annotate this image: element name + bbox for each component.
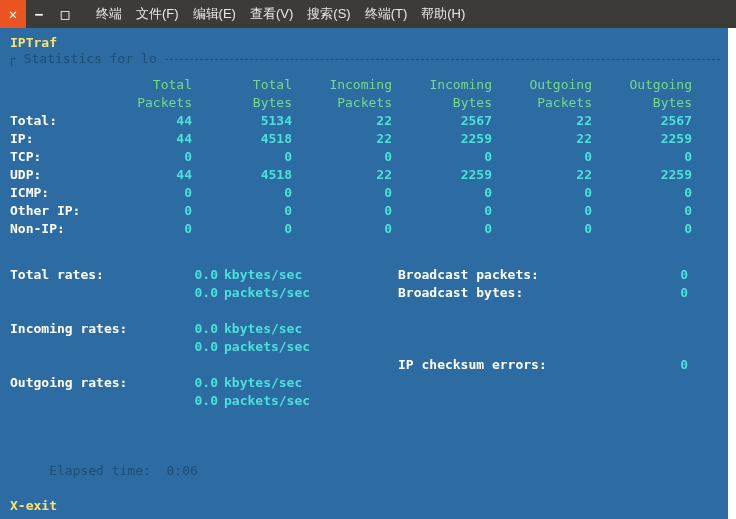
header-row-1: Total Total Incoming Incoming Outgoing O… — [8, 76, 720, 94]
cell: 2259 — [398, 166, 498, 184]
menu-file[interactable]: 文件(F) — [132, 3, 183, 25]
hdr-outgoing-bytes-2: Bytes — [598, 94, 698, 112]
cell: 2567 — [598, 112, 698, 130]
hdr-incoming-bytes-1: Incoming — [398, 76, 498, 94]
outgoing-rate-pk: 0.0 — [168, 392, 218, 410]
hdr-outgoing-packets-2: Packets — [498, 94, 598, 112]
hdr-incoming-bytes-2: Bytes — [398, 94, 498, 112]
rates-right: Broadcast packets: 0 Broadcast bytes: 0 … — [398, 266, 720, 410]
row-label: ICMP: — [8, 184, 98, 202]
cell: 4518 — [198, 166, 298, 184]
app-title: IPTraf — [10, 34, 57, 52]
minimize-button[interactable]: − — [26, 0, 52, 28]
cell: 0 — [198, 202, 298, 220]
total-rates-label: Total rates: — [8, 266, 168, 284]
outgoing-rates-label: Outgoing rates: — [8, 374, 168, 392]
cksum-label: IP checksum errors: — [398, 356, 618, 374]
cell: 22 — [498, 112, 598, 130]
cell: 2567 — [398, 112, 498, 130]
row-label: Non-IP: — [8, 220, 98, 238]
frame-header: ┌ Statistics for lo — [8, 50, 720, 68]
cell: 44 — [98, 130, 198, 148]
table-row: IP:444518222259222259 — [8, 130, 720, 148]
cell: 44 — [98, 112, 198, 130]
cell: 22 — [498, 130, 598, 148]
cell: 0 — [298, 220, 398, 238]
cell: 0 — [498, 148, 598, 166]
pk-unit-2: packets/sec — [218, 338, 310, 356]
table-row: ICMP:000000 — [8, 184, 720, 202]
hdr-total-packets-2: Packets — [98, 94, 198, 112]
cell: 0 — [98, 184, 198, 202]
rates-left: Total rates: 0.0 kbytes/sec 0.0 packets/… — [8, 266, 398, 410]
incoming-rate-pk: 0.0 — [168, 338, 218, 356]
bcast-packets-val: 0 — [618, 266, 688, 284]
hdr-total-bytes-1: Total — [198, 76, 298, 94]
cell: 0 — [98, 220, 198, 238]
outgoing-rate-kb: 0.0 — [168, 374, 218, 392]
table-row: Non-IP:000000 — [8, 220, 720, 238]
cell: 0 — [598, 148, 698, 166]
bcast-bytes-val: 0 — [618, 284, 688, 302]
cell: 0 — [598, 220, 698, 238]
frame-dash-right — [165, 59, 720, 60]
cell: 0 — [398, 184, 498, 202]
titlebar: ✕ − □ 终端 文件(F) 编辑(E) 查看(V) 搜索(S) 终端(T) 帮… — [0, 0, 736, 28]
cell: 0 — [498, 184, 598, 202]
cell: 0 — [198, 184, 298, 202]
frame-label: Statistics for lo — [16, 50, 165, 68]
row-label: Total: — [8, 112, 98, 130]
cell: 0 — [198, 220, 298, 238]
cell: 0 — [498, 220, 598, 238]
menu-search[interactable]: 搜索(S) — [303, 3, 354, 25]
pk-unit-3: packets/sec — [218, 392, 310, 410]
header-row-2: Packets Bytes Packets Bytes Packets Byte… — [8, 94, 720, 112]
cell: 22 — [298, 112, 398, 130]
window-controls: ✕ − □ — [0, 0, 78, 28]
cell: 22 — [498, 166, 598, 184]
menu-edit[interactable]: 编辑(E) — [189, 3, 240, 25]
hdr-incoming-packets-2: Packets — [298, 94, 398, 112]
bcast-packets-label: Broadcast packets: — [398, 266, 618, 284]
terminal: IPTraf ┌ Statistics for lo Total Total I… — [0, 28, 736, 519]
row-label: IP: — [8, 130, 98, 148]
elapsed-label: Elapsed time: — [41, 463, 151, 478]
frame-dash-left: ┌ — [8, 50, 16, 68]
exit-hint: X-exit — [10, 497, 57, 515]
table-row: Other IP:000000 — [8, 202, 720, 220]
cell: 0 — [298, 148, 398, 166]
cell: 5134 — [198, 112, 298, 130]
cell: 2259 — [598, 130, 698, 148]
cell: 0 — [398, 202, 498, 220]
cell: 0 — [598, 184, 698, 202]
hdr-outgoing-bytes-1: Outgoing — [598, 76, 698, 94]
cell: 0 — [98, 148, 198, 166]
incoming-rate-kb: 0.0 — [168, 320, 218, 338]
maximize-button[interactable]: □ — [52, 0, 78, 28]
cell: 44 — [98, 166, 198, 184]
close-button[interactable]: ✕ — [0, 0, 26, 28]
hdr-incoming-packets-1: Incoming — [298, 76, 398, 94]
kb-unit: kbytes/sec — [218, 266, 302, 284]
cell: 0 — [98, 202, 198, 220]
menu-help[interactable]: 帮助(H) — [417, 3, 469, 25]
menu-view[interactable]: 查看(V) — [246, 3, 297, 25]
cell: 22 — [298, 166, 398, 184]
incoming-rates-label: Incoming rates: — [8, 320, 168, 338]
table-row: Total:445134222567222567 — [8, 112, 720, 130]
stats-table: Total Total Incoming Incoming Outgoing O… — [8, 76, 720, 238]
hdr-total-bytes-2: Bytes — [198, 94, 298, 112]
total-rate-pk: 0.0 — [168, 284, 218, 302]
menu-terminal[interactable]: 终端 — [92, 3, 126, 25]
bcast-bytes-label: Broadcast bytes: — [398, 284, 618, 302]
elapsed-value: 0:06 — [151, 463, 198, 478]
menu-terminal2[interactable]: 终端(T) — [361, 3, 412, 25]
cksum-val: 0 — [618, 356, 688, 374]
rates-block: Total rates: 0.0 kbytes/sec 0.0 packets/… — [8, 266, 720, 410]
table-row: UDP:444518222259222259 — [8, 166, 720, 184]
table-row: TCP:000000 — [8, 148, 720, 166]
hdr-outgoing-packets-1: Outgoing — [498, 76, 598, 94]
row-label: Other IP: — [8, 202, 98, 220]
kb-unit-2: kbytes/sec — [218, 320, 302, 338]
hdr-total-packets-1: Total — [98, 76, 198, 94]
